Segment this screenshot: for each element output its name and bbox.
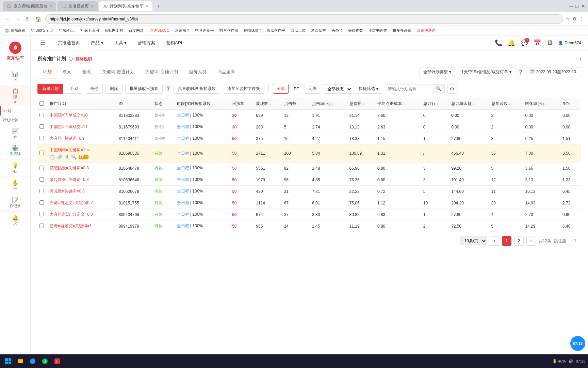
expand-icon[interactable]: ⟩ (579, 57, 581, 61)
forward-button[interactable]: → (14, 15, 22, 23)
plan-name-link-5[interactable]: 拿起就会=关键词=0.8 (50, 177, 89, 183)
launch-button[interactable]: 启动 (66, 84, 83, 94)
row-checkbox-2[interactable] (39, 136, 44, 140)
time-link-1[interactable]: 全日程 (177, 124, 189, 129)
tab-2[interactable]: JD 京准通首页 ✕ (58, 1, 97, 11)
bookmark-8[interactable]: 抖音创意平 (193, 27, 216, 34)
bookmark-11[interactable]: 西瓜创作平 (264, 27, 287, 34)
refresh-button[interactable]: ↻ (24, 15, 31, 23)
sidebar-item-heart[interactable]: 💡 心 (0, 159, 30, 177)
tab-unit[interactable]: 单元 (57, 66, 77, 78)
filter-pc-button[interactable]: PC (290, 85, 303, 93)
tab-1-close[interactable]: ✕ (49, 4, 52, 8)
time-link-4[interactable]: 全日程 (177, 166, 189, 170)
plan-name-link-1[interactable]: 中国院=下单成交=11 (50, 124, 87, 130)
quick-filter-selector[interactable]: 快捷筛选 ▾ (355, 84, 382, 94)
add-monitor-button[interactable]: 添加至监控文件夹 (223, 84, 264, 94)
search-icon[interactable]: 🔍 (71, 154, 77, 159)
row-checkbox-cell[interactable] (37, 174, 48, 186)
taskbar-explorer-btn[interactable] (15, 356, 26, 367)
plan-type-selector[interactable]: 全部计划类型 ▾ (420, 67, 455, 77)
col-orders[interactable]: 总订行 ↓ (421, 98, 449, 110)
batch-help-icon[interactable]: ❓ (165, 86, 171, 91)
row-checkbox-3[interactable] (39, 151, 44, 155)
page-1-button[interactable]: 1 (502, 236, 511, 246)
sidebar-item-hand[interactable]: ✋ 手 (0, 177, 30, 194)
col-avg-cpc[interactable]: 平均点击成本 ↓ (375, 98, 421, 110)
bookmark-4[interactable]: 商标网上检 (102, 27, 125, 34)
close-window-icon[interactable]: ✕ (581, 3, 585, 9)
bookmark-5[interactable]: 百度网盘: (127, 27, 147, 34)
calendar-icon[interactable]: 📅 (534, 39, 541, 47)
row-checkbox-8[interactable] (39, 212, 44, 216)
col-roi[interactable]: ROI ↓ (560, 98, 581, 110)
row-checkbox-cell[interactable] (37, 110, 48, 121)
tab-2-close[interactable]: ✕ (91, 4, 94, 8)
row-checkbox-cell[interactable] (37, 197, 48, 209)
tab-keyword-normal[interactable]: 关键词-普通计划 (97, 66, 140, 78)
row-checkbox-cell[interactable] (37, 186, 48, 197)
bookmark-0[interactable]: 🏠 东东商家 (3, 27, 28, 34)
col-add-cart[interactable]: 总加购数 ↓ (489, 98, 523, 110)
new-plan-button[interactable]: 新建计划 (37, 84, 63, 94)
row-checkbox-0[interactable] (39, 113, 44, 117)
row-checkbox-cell[interactable] (37, 220, 48, 232)
sidebar-item-status[interactable]: 🔔 况 (0, 212, 30, 229)
sidebar-item-manage[interactable]: 📋 理 ▲ (0, 85, 30, 106)
search-input[interactable] (385, 85, 433, 93)
sidebar-sub-item-plan[interactable]: 计划 (0, 106, 30, 116)
metric-help-link[interactable]: 指标说明 (76, 56, 92, 62)
link-icon[interactable]: 🔗 (57, 154, 63, 159)
taskbar-browser-btn[interactable]: 🌐 (27, 356, 38, 367)
plan-name-link-2[interactable]: 大音符=关键词=0.9 (50, 136, 85, 141)
col-clicks[interactable]: 点击数 ↓ (282, 98, 310, 110)
sidebar-sub-item-plan2[interactable]: 计划计划 (0, 116, 30, 125)
bookmark-15[interactable]: 头条参数 (346, 27, 365, 34)
tab-product-direction[interactable]: 商品定向 (212, 66, 241, 78)
plan-name-link-0[interactable]: 中国院=下单成交=10 (50, 112, 87, 118)
row-checkbox-6[interactable] (39, 189, 44, 193)
tag-badge[interactable]: FE ~ (79, 155, 88, 159)
bookmark-7[interactable]: 京东东台 (173, 27, 192, 34)
sidebar-item-records[interactable]: 📝 作记录 (0, 194, 30, 212)
bookmark-14[interactable]: 头条号 (329, 27, 345, 34)
row-checkbox-5[interactable] (39, 177, 44, 182)
monitor-icon[interactable]: 🖥 (546, 39, 553, 46)
info-icon[interactable]: ⓘ (69, 56, 73, 62)
plan-name-link-8[interactable]: 大音符彩汤=自定义=0.8 (50, 212, 93, 217)
bookmark-3[interactable]: 社保卡应用 (78, 27, 101, 34)
nav-marketing[interactable]: 营销方案 (136, 40, 157, 46)
nav-product[interactable]: 产品 ▾ (89, 40, 105, 46)
time-link-0[interactable]: 全日程 (177, 113, 189, 118)
nav-tools[interactable]: 工具 ▾ (113, 40, 128, 46)
copy-icon[interactable]: 📋 (50, 154, 55, 159)
bookmark-17[interactable]: 拼多多商家 (391, 27, 413, 34)
page-size-select[interactable]: 10条/页 (460, 236, 487, 245)
home-button[interactable]: 🏠 (34, 15, 43, 23)
tab-3[interactable]: JD 计划列表-京东快车 ✕ (99, 1, 152, 11)
sidebar-item-overview[interactable]: 📊 况 (0, 68, 30, 85)
sidebar-item-report[interactable]: 📈 表 (0, 125, 30, 142)
page-jump-input[interactable] (569, 237, 581, 245)
bookmark-star-icon[interactable]: ☆ (566, 16, 570, 21)
bookmark-2[interactable]: 广东玫江: (56, 27, 77, 34)
row-checkbox-1[interactable] (39, 124, 44, 129)
tab-plan[interactable]: 计划 (37, 66, 57, 78)
taskbar-windows-btn[interactable] (3, 356, 14, 367)
taskbar-app1-btn[interactable]: S (39, 356, 50, 367)
time-link-7[interactable]: 全日程 (177, 200, 189, 205)
batch-budget-button[interactable]: 批量修改日预算 (125, 84, 163, 94)
select-all-checkbox[interactable] (39, 101, 44, 106)
row-checkbox-cell[interactable] (37, 133, 48, 144)
plan-name-link-7[interactable]: 巴赫=自定义=关键词0.7 (50, 200, 93, 206)
time-link-3[interactable]: 全日程 (177, 151, 189, 156)
sidebar-item-store[interactable]: 🏪 洗店铺 (0, 142, 30, 159)
calendar-question-icon[interactable]: ❓ (518, 70, 523, 75)
search-button[interactable]: 🔍 (433, 85, 444, 93)
row-checkbox-cell[interactable] (37, 144, 48, 163)
nav-home[interactable]: 京准通首页 (56, 40, 81, 46)
time-link-5[interactable]: 全日程 (177, 177, 189, 182)
time-link-2[interactable]: 全日程 (177, 136, 189, 141)
message-icon[interactable]: 💬 1 (521, 39, 528, 47)
plan-name-link-3[interactable]: 中国钢琴=关键词=1 (50, 147, 85, 153)
